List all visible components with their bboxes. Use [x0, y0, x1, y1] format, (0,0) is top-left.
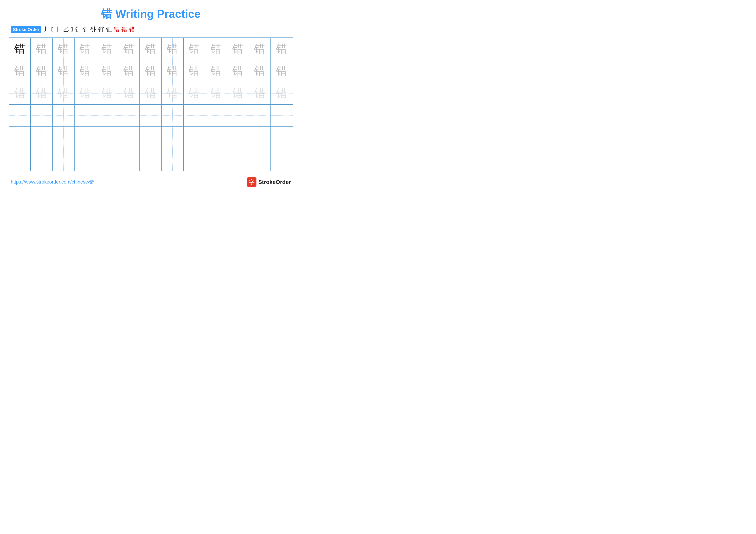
grid-cell[interactable]: [205, 127, 227, 149]
grid-cell[interactable]: [271, 149, 293, 171]
footer-url: https://www.strokeorder.com/chinese/错: [11, 179, 94, 185]
grid-cell[interactable]: [249, 105, 271, 126]
grid-cell[interactable]: [249, 149, 271, 171]
grid-cell: 错: [53, 60, 74, 82]
grid-cell: 错: [184, 38, 205, 60]
grid-cell: 错: [53, 82, 74, 104]
grid-cell: 错: [249, 60, 271, 82]
grid-cell[interactable]: [74, 149, 96, 171]
grid-cell[interactable]: [118, 149, 140, 171]
grid-cell: 错: [205, 38, 227, 60]
grid-cell: 错: [162, 38, 184, 60]
grid-cell[interactable]: [249, 127, 271, 149]
stroke-11: 错: [114, 25, 120, 34]
grid-cell[interactable]: [205, 149, 227, 171]
grid-row-1: 错 错 错 错 错 错 错 错 错 错 错 错 错: [9, 38, 293, 60]
stroke-10: 钍: [106, 25, 112, 34]
grid-row-2: 错 错 错 错 错 错 错 错 错 错 错 错 错: [9, 60, 293, 82]
grid-row-3: 错 错 错 错 错 错 错 错 错 错 错 错 错: [9, 82, 293, 105]
grid-cell[interactable]: [31, 127, 53, 149]
grid-cell[interactable]: [96, 105, 118, 126]
grid-cell: 错: [227, 60, 249, 82]
footer-logo: 字 StrokeOrder: [247, 177, 291, 187]
grid-cell[interactable]: [140, 149, 162, 171]
grid-row-5: [9, 127, 293, 149]
grid-cell[interactable]: [162, 149, 184, 171]
grid-cell[interactable]: [140, 105, 162, 126]
stroke-1: 丿: [43, 25, 50, 34]
grid-cell[interactable]: [118, 127, 140, 149]
grid-cell: 错: [271, 82, 293, 104]
grid-cell[interactable]: [162, 127, 184, 149]
stroke-9: 钌: [98, 25, 104, 34]
grid-cell: 错: [205, 60, 227, 82]
grid-cell[interactable]: [74, 105, 96, 126]
grid-cell: 错: [9, 82, 31, 104]
grid-cell: 错: [140, 60, 162, 82]
grid-cell[interactable]: [184, 105, 205, 126]
title-area: 错 Writing Practice: [9, 7, 293, 21]
grid-cell[interactable]: [96, 149, 118, 171]
grid-cell[interactable]: [227, 127, 249, 149]
grid-cell[interactable]: [96, 127, 118, 149]
stroke-chars: 丿 𠂇 ⺊ 乙 𠃊 钅 钅 钋 钌 钍 错 错 错: [43, 25, 135, 34]
grid-cell: 错: [31, 82, 53, 104]
grid-cell[interactable]: [184, 127, 205, 149]
grid-cell: 错: [205, 82, 227, 104]
grid-cell[interactable]: [31, 149, 53, 171]
footer: https://www.strokeorder.com/chinese/错 字 …: [9, 177, 293, 187]
grid-cell: 错: [96, 38, 118, 60]
grid-cell: 错: [9, 38, 31, 60]
stroke-7: 钅: [83, 25, 89, 34]
grid-cell[interactable]: [140, 127, 162, 149]
grid-cell[interactable]: [227, 105, 249, 126]
grid-cell[interactable]: [184, 149, 205, 171]
grid-cell: 错: [96, 82, 118, 104]
grid-cell[interactable]: [31, 105, 53, 126]
grid-cell: 错: [31, 38, 53, 60]
practice-grid: 错 错 错 错 错 错 错 错 错 错 错 错 错 错 错 错 错 错 错 错 …: [9, 38, 293, 171]
grid-cell: 错: [53, 38, 74, 60]
grid-cell[interactable]: [271, 127, 293, 149]
grid-cell[interactable]: [9, 127, 31, 149]
grid-cell[interactable]: [9, 149, 31, 171]
grid-cell[interactable]: [53, 105, 74, 126]
strokeorder-logo-text: StrokeOrder: [258, 179, 291, 186]
grid-cell: 错: [227, 82, 249, 104]
grid-cell[interactable]: [9, 105, 31, 126]
grid-cell[interactable]: [118, 105, 140, 126]
grid-cell[interactable]: [162, 105, 184, 126]
grid-row-6: [9, 149, 293, 171]
grid-cell: 错: [118, 60, 140, 82]
stroke-6: 钅: [75, 25, 81, 34]
grid-cell: 错: [227, 38, 249, 60]
grid-cell[interactable]: [205, 105, 227, 126]
stroke-13: 错: [129, 25, 135, 34]
stroke-order-row: Stroke Order 丿 𠂇 ⺊ 乙 𠃊 钅 钅 钋 钌 钍 错 错 错: [9, 25, 293, 34]
grid-cell[interactable]: [53, 149, 74, 171]
grid-cell: 错: [74, 60, 96, 82]
grid-cell: 错: [140, 38, 162, 60]
grid-cell: 错: [118, 38, 140, 60]
grid-cell: 错: [140, 82, 162, 104]
grid-cell[interactable]: [74, 127, 96, 149]
grid-cell[interactable]: [53, 127, 74, 149]
grid-cell: 错: [74, 82, 96, 104]
stroke-8: 钋: [90, 25, 96, 34]
grid-cell: 错: [184, 82, 205, 104]
stroke-3: ⺊: [55, 25, 62, 34]
grid-cell[interactable]: [271, 105, 293, 126]
stroke-order-badge: Stroke Order: [11, 26, 41, 33]
grid-cell: 错: [96, 60, 118, 82]
grid-cell: 错: [184, 60, 205, 82]
grid-cell: 错: [271, 60, 293, 82]
stroke-4: 乙: [63, 25, 69, 34]
stroke-12: 错: [121, 25, 127, 34]
grid-cell: 错: [249, 38, 271, 60]
strokeorder-logo-icon: 字: [247, 177, 256, 187]
grid-cell: 错: [162, 60, 184, 82]
grid-cell: 错: [271, 38, 293, 60]
grid-cell[interactable]: [227, 149, 249, 171]
grid-cell: 错: [9, 60, 31, 82]
grid-cell: 错: [74, 38, 96, 60]
